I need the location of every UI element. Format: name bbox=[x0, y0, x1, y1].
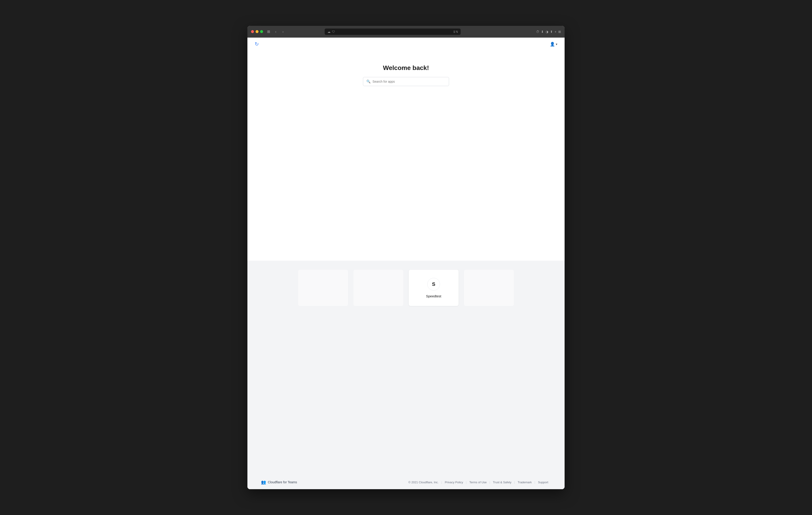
app-name-speedtest: Speedtest bbox=[426, 294, 441, 298]
downloads-icon[interactable]: ⬇ bbox=[541, 30, 544, 33]
browser-window: ⊞ ‹ › ☁ 🛡 ℹ N ⏱ ⬇ ◑ ⬆ + ⊞ bbox=[248, 26, 564, 489]
footer-copyright: © 2021 Cloudflare, Inc. bbox=[408, 481, 441, 484]
footer-link-terms[interactable]: Terms of Use bbox=[466, 481, 489, 484]
back-button[interactable]: ‹ bbox=[273, 29, 279, 34]
address-bar-right: ℹ N bbox=[454, 30, 458, 33]
page-content: ↻ 👤 ▾ Welcome back! 🔍 bbox=[248, 38, 564, 489]
address-bar-icons: ☁ 🛡 bbox=[327, 30, 335, 33]
browser-chrome: ⊞ ‹ › ☁ 🛡 ℹ N ⏱ ⬇ ◑ ⬆ + ⊞ bbox=[248, 26, 564, 38]
maximize-button[interactable] bbox=[260, 30, 263, 33]
info-icon: ℹ bbox=[454, 30, 455, 33]
app-card-placeholder-1 bbox=[298, 270, 348, 306]
app-logo-icon: ↻ bbox=[255, 41, 259, 47]
cloud-icon: ☁ bbox=[327, 30, 330, 33]
minimize-button[interactable] bbox=[256, 30, 259, 33]
forward-button[interactable]: › bbox=[280, 29, 286, 34]
browser-right-controls: ⏱ ⬇ ◑ ⬆ + ⊞ bbox=[536, 30, 561, 33]
footer-brand: 👥 Cloudflare for Teams bbox=[261, 480, 297, 485]
app-grid-area: S Speedtest bbox=[248, 261, 564, 475]
footer: 👥 Cloudflare for Teams © 2021 Cloudflare… bbox=[248, 475, 564, 489]
user-menu[interactable]: 👤 ▾ bbox=[550, 42, 557, 47]
footer-link-support[interactable]: Support bbox=[535, 481, 551, 484]
footer-brand-name: Cloudflare for Teams bbox=[268, 480, 297, 484]
sidebar-toggle-button[interactable]: ⊞ bbox=[266, 29, 271, 34]
app-card-speedtest[interactable]: S Speedtest bbox=[409, 270, 459, 306]
logo-area: ↻ bbox=[255, 41, 259, 47]
browser-controls: ⊞ ‹ › bbox=[266, 29, 286, 34]
notion-icon: N bbox=[456, 30, 458, 33]
close-button[interactable] bbox=[251, 30, 254, 33]
nav-bar: ↻ 👤 ▾ bbox=[248, 38, 564, 51]
shield-icon: 🛡 bbox=[332, 30, 335, 33]
footer-link-trademark[interactable]: Trademark bbox=[515, 481, 534, 484]
footer-brand-icon: 👥 bbox=[261, 480, 266, 485]
address-bar-input[interactable] bbox=[337, 30, 452, 33]
theme-icon[interactable]: ◑ bbox=[546, 30, 548, 33]
new-tab-icon[interactable]: + bbox=[555, 30, 556, 33]
main-content: Welcome back! 🔍 bbox=[248, 51, 564, 261]
traffic-lights bbox=[251, 30, 263, 33]
search-container: 🔍 bbox=[363, 77, 449, 86]
search-input[interactable] bbox=[373, 80, 446, 83]
history-icon[interactable]: ⏱ bbox=[536, 30, 539, 33]
footer-links: © 2021 Cloudflare, Inc. | Privacy Policy… bbox=[408, 481, 551, 484]
footer-link-privacy[interactable]: Privacy Policy bbox=[442, 481, 466, 484]
search-box: 🔍 bbox=[363, 77, 449, 86]
share-icon[interactable]: ⬆ bbox=[550, 30, 553, 33]
app-card-placeholder-2 bbox=[353, 270, 403, 306]
user-avatar-icon: 👤 bbox=[550, 42, 555, 47]
welcome-title: Welcome back! bbox=[383, 64, 429, 71]
app-grid: S Speedtest bbox=[261, 270, 551, 306]
address-bar-container: ☁ 🛡 ℹ N bbox=[325, 29, 461, 35]
user-menu-chevron: ▾ bbox=[556, 42, 557, 46]
app-card-placeholder-3 bbox=[464, 270, 514, 306]
footer-link-trust[interactable]: Trust & Safety bbox=[490, 481, 514, 484]
app-icon-speedtest: S bbox=[427, 278, 440, 291]
search-icon: 🔍 bbox=[366, 80, 371, 84]
extensions-icon[interactable]: ⊞ bbox=[558, 30, 561, 33]
